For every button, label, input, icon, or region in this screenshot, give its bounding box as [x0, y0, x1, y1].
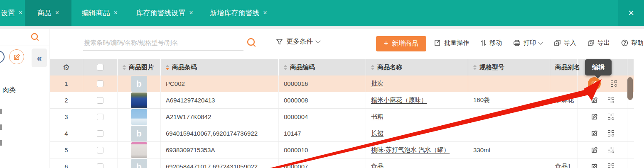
divider-strip [0, 26, 644, 29]
sidebar-collapse-button[interactable]: « [32, 49, 47, 67]
tab-new-stock-warning[interactable]: 新增库存预警线 × [201, 0, 276, 26]
spec-cell: 330ml [468, 142, 550, 158]
header-barcode[interactable]: 商品条码 [161, 59, 279, 75]
related-ops-button[interactable] [611, 80, 617, 87]
tab-products[interactable]: 商品 × [25, 0, 71, 26]
row-checkbox[interactable] [97, 114, 103, 120]
sort-arrows-icon[interactable] [371, 65, 374, 70]
column-settings-cell[interactable]: ⚙ [50, 59, 83, 75]
table-row[interactable]: 4 b 6940159410067,6920174736922 10147 长裙 [50, 125, 634, 142]
table-row[interactable]: 3 A21W177K0842 0000004 书籍 [50, 109, 634, 125]
edit-button[interactable] [591, 113, 598, 120]
edit-button[interactable] [588, 77, 601, 90]
search-input[interactable] [83, 36, 243, 51]
row-number: 1 [50, 75, 83, 92]
tab-close-icon[interactable]: × [114, 9, 118, 17]
row-checkbox[interactable] [97, 130, 103, 137]
category-search-icon[interactable] [30, 32, 40, 42]
sort-arrows-icon[interactable] [284, 65, 287, 70]
clipped-category-fragment [0, 140, 2, 146]
select-all-checkbox[interactable] [97, 64, 103, 71]
export-button[interactable]: 导出 [587, 39, 610, 47]
product-name-link[interactable]: 食品 [371, 163, 383, 168]
related-ops-button[interactable] [608, 114, 614, 120]
alias-cell [550, 125, 578, 141]
tab-settings[interactable]: 设置 × [0, 0, 25, 26]
product-name-link[interactable]: 长裙 [371, 129, 383, 137]
code-cell: 0000004 [279, 109, 366, 125]
header-code[interactable]: 商品编码 [279, 59, 366, 75]
row-checkbox[interactable] [97, 80, 103, 87]
tab-close-icon[interactable]: × [19, 9, 22, 17]
row-number: 4 [50, 125, 83, 141]
related-ops-button[interactable] [608, 97, 614, 103]
batch-operations-button[interactable]: 批量操作 [434, 39, 469, 47]
product-image-placeholder[interactable]: b [131, 76, 147, 92]
tab-edit-product[interactable]: 编辑商品 × [71, 0, 128, 26]
edit-button[interactable] [591, 130, 598, 137]
tab-stock-warning-settings[interactable]: 库存预警线设置 × [128, 0, 201, 26]
sidebar-category-item[interactable]: 肉类 [2, 86, 16, 95]
product-name-link[interactable]: 书籍 [371, 113, 383, 121]
sort-arrows-icon[interactable] [473, 65, 477, 70]
sort-arrows-icon[interactable] [123, 65, 126, 70]
window-close-button[interactable]: × [618, 0, 644, 26]
code-cell: 10147 [279, 125, 366, 141]
help-button[interactable]: 帮助 [621, 39, 644, 47]
sort-arrows-icon[interactable] [166, 65, 169, 70]
product-image-placeholder[interactable]: b [131, 126, 147, 141]
table-row[interactable]: 6 b 6920584471017,6972431059022 0000007 … [50, 158, 634, 168]
product-name-link[interactable]: 糯米小麻花（原味） [371, 96, 427, 104]
edit-pencil-icon [591, 130, 598, 137]
product-name-link[interactable]: 批次 [371, 80, 383, 88]
app-window: 设置 × 商品 × 编辑商品 × 库存预警线设置 × 新增库存预警线 × × [0, 0, 644, 168]
row-checkbox[interactable] [97, 147, 103, 153]
header-alias[interactable]: 商品别名 [550, 59, 578, 75]
table-row[interactable]: 5 6938309715353A 0000010 桃味·苏打气泡水 汽水（罐） … [50, 142, 634, 158]
edit-button[interactable] [591, 163, 598, 168]
related-ops-button[interactable] [608, 130, 614, 136]
tab-close-icon[interactable]: × [189, 9, 193, 17]
product-image[interactable] [131, 109, 147, 125]
import-button[interactable]: 导入 [554, 39, 576, 47]
row-number: 6 [50, 158, 83, 168]
print-button[interactable]: 打印 [513, 39, 543, 47]
gear-icon[interactable]: ⚙ [63, 63, 70, 72]
search-icon[interactable] [246, 37, 257, 50]
product-name-link[interactable]: 桃味·苏打气泡水 汽水（罐） [371, 146, 450, 154]
table-row[interactable]: 2 A6941297420413 0000008 糯米小麻花（原味） 160袋 … [50, 92, 634, 109]
move-button[interactable]: 移动 [480, 39, 502, 47]
header-spec[interactable]: 规格型号 [468, 59, 550, 75]
header-image[interactable]: 商品图片 [118, 59, 161, 75]
edit-pencil-icon [591, 163, 598, 168]
tab-label: 库存预警线设置 [136, 8, 185, 18]
add-product-button[interactable]: + 新增商品 [376, 36, 426, 51]
chevron-down-icon [315, 38, 321, 44]
barcode-cell: 6940159410067,6920174736922 [161, 125, 279, 141]
related-ops-button[interactable] [608, 147, 614, 153]
vertical-scrollbar-thumb[interactable] [627, 77, 633, 100]
row-checkbox[interactable] [97, 163, 103, 168]
category-sidebar: « 肉类 [0, 29, 49, 168]
more-filters-button[interactable]: 更多条件 [276, 37, 320, 46]
tab-close-icon[interactable]: × [263, 9, 267, 17]
table-header-row: ⚙ 商品图片 商品条码 商品编码 商品名称 [50, 59, 634, 75]
code-cell: 0000016 [279, 75, 366, 92]
edit-button[interactable] [591, 146, 598, 153]
tab-bar: 设置 × 商品 × 编辑商品 × 库存预警线设置 × 新增库存预警线 × × [0, 0, 644, 26]
row-number: 5 [50, 142, 83, 158]
tab-close-icon[interactable]: × [55, 9, 59, 17]
edit-category-button[interactable] [9, 49, 24, 64]
product-image-placeholder[interactable]: b [131, 159, 147, 168]
table-row[interactable]: 1 b PC002 0000016 批次 [50, 75, 634, 92]
product-image[interactable] [131, 142, 147, 158]
header-name[interactable]: 商品名称 [366, 59, 468, 75]
move-arrows-icon [480, 39, 487, 46]
edit-button[interactable] [591, 97, 598, 104]
related-ops-button[interactable] [608, 163, 614, 168]
grid-icon [608, 114, 614, 120]
select-all-cell [83, 59, 118, 75]
edit-tooltip: 编辑 [585, 59, 612, 75]
row-checkbox[interactable] [97, 97, 103, 104]
product-image[interactable] [131, 93, 147, 108]
